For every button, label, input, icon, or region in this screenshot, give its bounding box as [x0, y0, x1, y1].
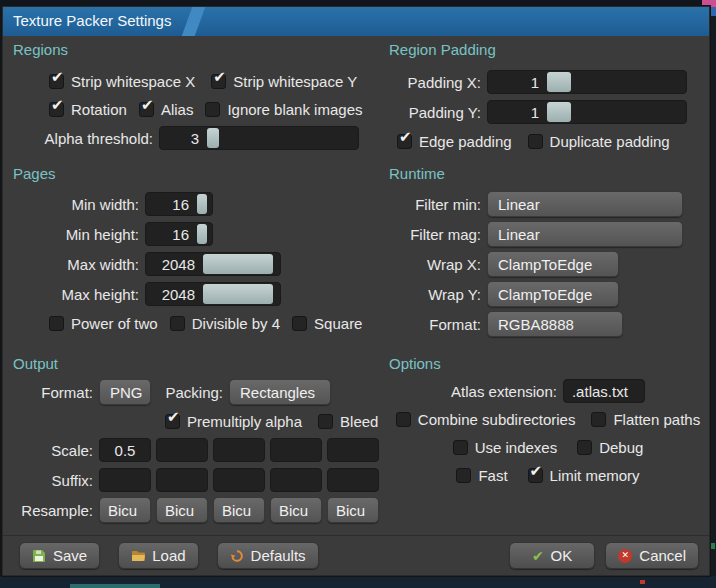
- output-format-select[interactable]: PNG: [99, 379, 151, 405]
- wrap-y-row: Wrap Y: ClampToEdge: [389, 279, 705, 309]
- save-button[interactable]: Save: [19, 542, 100, 569]
- pages-checkbox-row: ✔ Power of two ✔ Divisible by 4 ✔ Square: [13, 309, 385, 337]
- cancel-icon: ✕: [618, 549, 632, 563]
- min-height-label: Min height:: [13, 226, 139, 243]
- section-header-regions: Regions: [13, 41, 381, 59]
- padding-x-spinner[interactable]: 1: [487, 70, 687, 94]
- check-icon: ✔: [167, 408, 180, 426]
- checkbox-debug[interactable]: ✔ Debug: [577, 439, 643, 456]
- atlas-extension-row: Atlas extension: .atlas.txt: [389, 377, 707, 405]
- wrap-y-label: Wrap Y:: [389, 286, 481, 303]
- check-icon: ✔: [213, 68, 226, 86]
- folder-icon: [131, 549, 145, 563]
- checkbox-edge-padding[interactable]: ✔ Edge padding: [397, 133, 512, 150]
- checkbox-fast[interactable]: ✔ Fast: [456, 467, 507, 484]
- checkbox-use-indexes[interactable]: ✔ Use indexes: [453, 439, 558, 456]
- scale-input-1[interactable]: 0.5: [99, 438, 151, 462]
- padding-y-spinner[interactable]: 1: [487, 100, 687, 124]
- atlas-extension-label: Atlas extension:: [451, 383, 557, 400]
- suffix-row: Suffix:: [13, 465, 385, 495]
- max-width-row: Max width: 2048: [13, 249, 385, 279]
- section-options: Options Atlas extension: .atlas.txt ✔ Co…: [389, 355, 707, 489]
- checkbox-bleed[interactable]: ✔ Bleed: [318, 413, 378, 430]
- checkbox-box: ✔: [170, 316, 185, 331]
- suffix-input-3[interactable]: [213, 468, 265, 492]
- scale-input-3[interactable]: [213, 438, 265, 462]
- wrap-y-select[interactable]: ClampToEdge: [487, 281, 619, 307]
- spinner-handle[interactable]: [203, 284, 273, 304]
- footer-right-buttons: ✔ OK ✕ Cancel: [509, 542, 699, 569]
- resample-select-3[interactable]: Bicu: [213, 497, 265, 523]
- spinner-handle[interactable]: [207, 128, 219, 148]
- filter-min-select[interactable]: Linear: [487, 191, 683, 217]
- runtime-format-select[interactable]: RGBA8888: [487, 311, 623, 337]
- spinner-handle[interactable]: [547, 72, 571, 92]
- padding-x-label: Padding X:: [389, 74, 481, 91]
- checkbox-premultiply-alpha[interactable]: ✔ Premultiply alpha: [165, 413, 302, 430]
- defaults-button[interactable]: Defaults: [217, 542, 319, 569]
- resample-row: Resample: Bicu Bicu Bicu Bicu Bicu: [13, 495, 385, 525]
- spinner-handle[interactable]: [197, 194, 207, 214]
- window-title: Texture Packer Settings: [13, 12, 171, 29]
- checkbox-divisible-by-4[interactable]: ✔ Divisible by 4: [170, 315, 280, 332]
- scale-input-2[interactable]: [156, 438, 208, 462]
- output-format-label: Format:: [13, 384, 93, 401]
- texture-packer-settings-dialog: Texture Packer Settings Regions ✔ Strip …: [2, 6, 710, 576]
- checkbox-alias[interactable]: ✔ Alias: [139, 101, 194, 118]
- runtime-format-row: Format: RGBA8888: [389, 309, 705, 339]
- checkbox-box: ✔: [165, 414, 180, 429]
- packing-select[interactable]: Rectangles: [229, 379, 331, 405]
- packing-label: Packing:: [151, 384, 223, 401]
- checkbox-power-of-two[interactable]: ✔ Power of two: [49, 315, 158, 332]
- wrap-x-select[interactable]: ClampToEdge: [487, 251, 619, 277]
- atlas-extension-input[interactable]: .atlas.txt: [563, 379, 645, 403]
- spinner-handle[interactable]: [203, 254, 273, 274]
- checkbox-box: ✔: [453, 440, 468, 455]
- checkbox-combine-subdirectories[interactable]: ✔ Combine subdirectories: [396, 411, 576, 428]
- check-icon: ✔: [141, 96, 154, 114]
- options-checkbox-row-1: ✔ Combine subdirectories ✔ Flatten paths: [389, 405, 707, 433]
- cancel-button[interactable]: ✕ Cancel: [605, 542, 699, 569]
- checkbox-square[interactable]: ✔ Square: [292, 315, 362, 332]
- suffix-input-1[interactable]: [99, 468, 151, 492]
- suffix-input-5[interactable]: [327, 468, 379, 492]
- checkbox-strip-whitespace-x[interactable]: ✔ Strip whitespace X: [49, 73, 195, 90]
- min-height-spinner[interactable]: 16: [145, 222, 213, 246]
- checkbox-limit-memory[interactable]: ✔ Limit memory: [528, 467, 640, 484]
- window-title-bar[interactable]: Texture Packer Settings: [3, 7, 709, 36]
- filter-mag-row: Filter mag: Linear: [389, 219, 705, 249]
- regions-row-3: Alpha threshold: 3: [13, 123, 381, 153]
- check-icon: ✔: [51, 96, 64, 114]
- checkbox-box: ✔: [396, 412, 411, 427]
- suffix-input-4[interactable]: [270, 468, 322, 492]
- scale-input-5[interactable]: [327, 438, 379, 462]
- min-width-spinner[interactable]: 16: [145, 192, 213, 216]
- checkbox-flatten-paths[interactable]: ✔ Flatten paths: [591, 411, 700, 428]
- checkbox-rotation[interactable]: ✔ Rotation: [49, 101, 127, 118]
- checkbox-box: ✔: [528, 134, 543, 149]
- ok-button[interactable]: ✔ OK: [509, 542, 595, 569]
- spinner-handle[interactable]: [197, 224, 207, 244]
- resample-select-4[interactable]: Bicu: [270, 497, 322, 523]
- spinner-handle[interactable]: [547, 102, 571, 122]
- max-height-spinner[interactable]: 2048: [145, 282, 281, 306]
- filter-mag-select[interactable]: Linear: [487, 221, 683, 247]
- section-pages: Pages Min width: 16 Min height: 16 Max w…: [13, 165, 385, 337]
- load-button[interactable]: Load: [118, 542, 198, 569]
- footer-left-buttons: Save Load Defaults: [19, 542, 319, 569]
- section-header-options: Options: [389, 355, 707, 373]
- alpha-threshold-spinner[interactable]: 3: [159, 126, 359, 150]
- dialog-footer: Save Load Defaults ✔ OK ✕ Ca: [3, 535, 709, 575]
- checkbox-ignore-blank-images[interactable]: ✔ Ignore blank images: [205, 101, 362, 118]
- checkbox-box: ✔: [292, 316, 307, 331]
- scale-input-4[interactable]: [270, 438, 322, 462]
- resample-select-2[interactable]: Bicu: [156, 497, 208, 523]
- resample-select-1[interactable]: Bicu: [99, 497, 151, 523]
- suffix-input-2[interactable]: [156, 468, 208, 492]
- checkbox-duplicate-padding[interactable]: ✔ Duplicate padding: [528, 133, 670, 150]
- checkbox-box: ✔: [139, 102, 154, 117]
- checkbox-strip-whitespace-y[interactable]: ✔ Strip whitespace Y: [211, 73, 357, 90]
- save-icon: [32, 549, 46, 563]
- resample-select-5[interactable]: Bicu: [327, 497, 379, 523]
- max-width-spinner[interactable]: 2048: [145, 252, 281, 276]
